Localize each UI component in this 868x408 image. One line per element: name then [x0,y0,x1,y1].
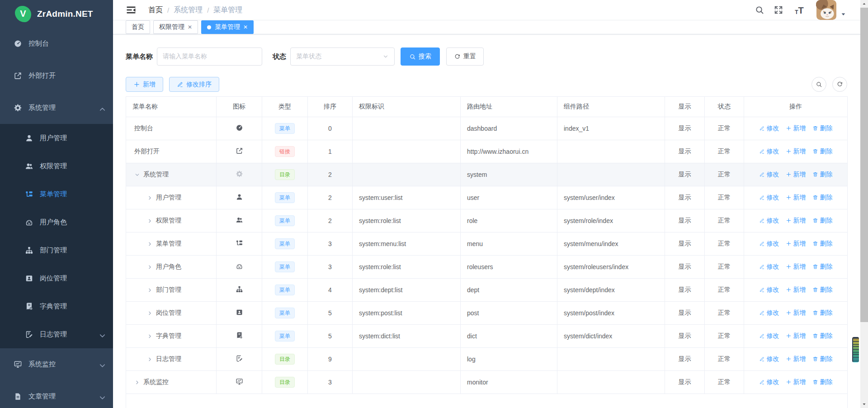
tab-权限管理[interactable]: 权限管理✕ [153,20,198,34]
sidebar-item-label: 外部打开 [28,71,104,80]
add-button[interactable]: 新增 [126,77,163,92]
row-op-delete-link[interactable]: 删除 [812,147,833,156]
row-op-add-link[interactable]: 新增 [786,286,806,294]
row-op-edit-link[interactable]: 修改 [759,332,779,340]
row-expand-toggle[interactable] [147,218,156,224]
floating-extension-widget[interactable] [852,337,859,362]
fullscreen-button[interactable] [774,5,783,15]
row-op-add-link[interactable]: 新增 [786,171,806,179]
reset-button[interactable]: 重置 [446,47,484,66]
sidebar-item-system[interactable]: 系统管理 [0,92,113,124]
row-expand-toggle[interactable] [147,241,156,247]
table-row-dashboard: 控制台菜单0dashboardindex_v1显示正常修改新增删除 [126,117,848,140]
row-expand-toggle[interactable] [147,195,156,201]
row-op-add-link[interactable]: 新增 [786,263,806,271]
sidebar-item-external[interactable]: 外部打开 [0,60,113,92]
table-search-toggle-button[interactable] [811,77,826,92]
row-expand-toggle[interactable] [147,333,156,339]
order-cell: 2 [308,163,353,186]
row-op-edit-link[interactable]: 修改 [759,147,779,156]
table-refresh-button[interactable] [832,77,847,92]
avatar[interactable] [816,0,837,20]
user-menu-caret-icon[interactable] [840,11,846,17]
tab-首页[interactable]: 首页 [126,20,150,34]
search-button[interactable] [755,5,764,15]
sidebar-item-article[interactable]: 文章管理 [0,380,113,408]
row-op-add-link[interactable]: 新增 [786,147,806,156]
row-op-delete-link[interactable]: 删除 [812,332,833,340]
row-op-delete-link[interactable]: 删除 [812,171,833,179]
breadcrumb-item[interactable]: 首页 [148,5,163,15]
row-op-edit-link[interactable]: 修改 [759,286,779,294]
row-op-add-link[interactable]: 新增 [786,332,806,340]
row-op-delete-link[interactable]: 删除 [812,355,833,363]
row-op-add-link[interactable]: 新增 [786,217,806,225]
row-expand-toggle[interactable] [147,287,156,293]
scrollbar-thumb[interactable] [860,8,868,322]
menu-name-input[interactable]: 请输入菜单名称 [157,47,262,66]
row-op-delete-link[interactable]: 删除 [812,240,833,248]
tab-close-icon[interactable]: ✕ [243,24,248,30]
brand[interactable]: V ZrAdmin.NET [0,0,113,28]
status-cell: 正常 [705,302,744,325]
row-expand-toggle[interactable] [134,380,143,385]
sidebar-item-user[interactable]: 用户管理 [0,124,113,152]
row-op-edit-link[interactable]: 修改 [759,171,779,179]
row-op-delete-link[interactable]: 删除 [812,124,833,133]
row-op-edit-link[interactable]: 修改 [759,309,779,317]
status-select[interactable]: 菜单状态 [290,47,395,66]
row-op-add-link[interactable]: 新增 [786,194,806,202]
sidebar-item-menu[interactable]: 菜单管理 [0,180,113,208]
table-toolbar: 新增 修改排序 [126,77,847,92]
id-card-icon [25,274,33,283]
sidebar-item-dashboard[interactable]: 控制台 [0,28,113,60]
fullscreen-icon [774,5,783,15]
tab-close-icon[interactable]: ✕ [188,24,192,30]
scroll-down-arrow-icon[interactable] [860,400,868,408]
sidebar-item-label: 权限管理 [40,162,104,171]
sidebar-collapse-button[interactable] [126,5,137,15]
row-op-edit-link[interactable]: 修改 [759,124,779,133]
row-op-add-link[interactable]: 新增 [786,355,806,363]
edit-sort-button[interactable]: 修改排序 [169,77,219,92]
plus-icon [786,171,792,177]
sidebar-item-role[interactable]: 权限管理 [0,152,113,180]
row-op-edit-link[interactable]: 修改 [759,217,779,225]
type-tag: 目录 [275,354,295,365]
row-op-delete-link[interactable]: 删除 [812,309,833,317]
font-size-button[interactable]: TT [793,5,806,15]
sidebar-item-monitor[interactable]: 系统监控 [0,348,113,380]
sidebar-item-dept[interactable]: 部门管理 [0,236,113,264]
menu-name-cell: 系统监控 [143,378,169,386]
row-expand-toggle[interactable] [147,264,156,270]
row-op-add-link[interactable]: 新增 [786,124,806,133]
row-op-edit-link[interactable]: 修改 [759,240,779,248]
scroll-up-arrow-icon[interactable] [860,0,868,8]
component-cell: system/dict/index [557,325,665,348]
row-op-delete-link[interactable]: 删除 [812,378,833,386]
row-op-delete-link[interactable]: 删除 [812,194,833,202]
row-expand-toggle[interactable] [147,356,156,362]
order-cell: 2 [308,209,353,232]
row-op-delete-link[interactable]: 删除 [812,263,833,271]
chevron-down-icon [98,332,107,340]
column-header-status: 状态 [705,97,744,117]
sidebar-item-log[interactable]: 日志管理 [0,320,113,348]
row-expand-toggle[interactable] [147,310,156,316]
row-op-edit-link[interactable]: 修改 [759,263,779,271]
row-op-edit-link[interactable]: 修改 [759,378,779,386]
sidebar-item-roleusers[interactable]: 用户角色 [0,208,113,236]
sidebar-item-post[interactable]: 岗位管理 [0,264,113,292]
sidebar-item-dict[interactable]: 字典管理 [0,292,113,320]
row-op-delete-link[interactable]: 删除 [812,217,833,225]
row-op-edit-link[interactable]: 修改 [759,355,779,363]
row-op-add-link[interactable]: 新增 [786,240,806,248]
tab-菜单管理[interactable]: 菜单管理✕ [201,20,254,34]
row-op-edit-link[interactable]: 修改 [759,194,779,202]
search-submit-button[interactable]: 搜索 [401,47,440,66]
row-op-delete-link[interactable]: 删除 [812,286,833,294]
row-op-add-link[interactable]: 新增 [786,378,806,386]
page-scrollbar[interactable] [860,0,868,408]
row-op-add-link[interactable]: 新增 [786,309,806,317]
row-collapse-toggle[interactable] [134,172,143,178]
